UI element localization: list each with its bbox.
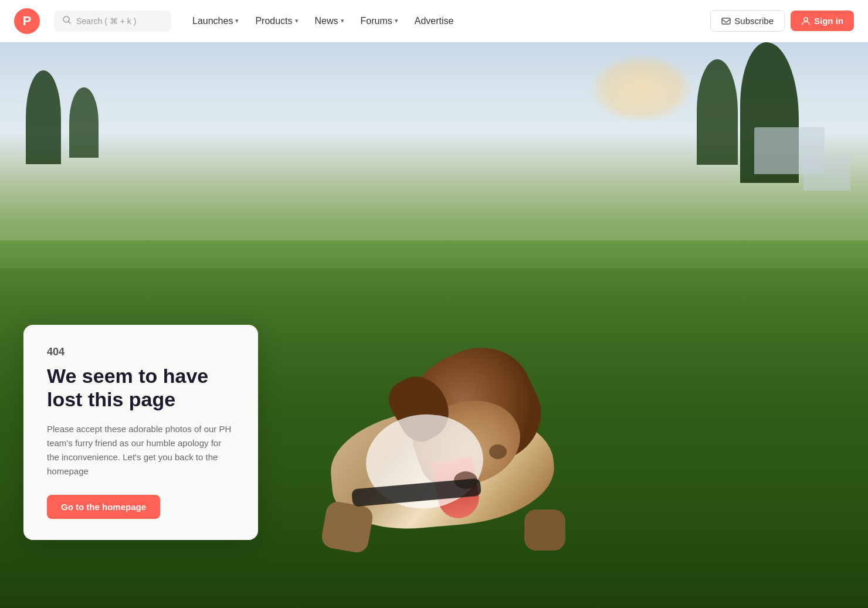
forums-chevron-icon: ▾ <box>395 17 398 25</box>
signin-label: Sign in <box>814 16 843 26</box>
error-description: Please accept these adorable photos of o… <box>47 422 235 478</box>
nav-links: Launches ▾ Products ▾ News ▾ Forums ▾ Ad… <box>185 11 706 31</box>
nav-advertise[interactable]: Advertise <box>408 11 461 31</box>
search-placeholder: Search ( ⌘ + k ) <box>76 16 136 26</box>
signin-button[interactable]: Sign in <box>791 11 854 31</box>
subscribe-label: Subscribe <box>734 16 774 26</box>
news-chevron-icon: ▾ <box>341 17 344 25</box>
subscribe-button[interactable]: Subscribe <box>710 10 785 32</box>
dog-image <box>260 317 612 563</box>
nav-products-label: Products <box>255 16 292 26</box>
email-icon <box>721 16 731 26</box>
error-card: 404 We seem to have lost this page Pleas… <box>23 325 258 541</box>
nav-advertise-label: Advertise <box>415 16 454 26</box>
nav-launches[interactable]: Launches ▾ <box>185 11 246 31</box>
nav-news[interactable]: News ▾ <box>308 11 351 31</box>
nav-forums-label: Forums <box>361 16 392 26</box>
products-chevron-icon: ▾ <box>295 17 299 25</box>
svg-rect-1 <box>722 18 730 24</box>
hero-area: 404 We seem to have lost this page Pleas… <box>0 42 868 608</box>
error-title: We seem to have lost this page <box>47 364 235 412</box>
nav-news-label: News <box>315 16 338 26</box>
nav-right: Subscribe Sign in <box>710 10 854 32</box>
nav-launches-label: Launches <box>192 16 233 26</box>
svg-point-2 <box>804 18 808 21</box>
launches-chevron-icon: ▾ <box>235 17 239 25</box>
go-to-homepage-button[interactable]: Go to the homepage <box>47 495 160 519</box>
navbar: P Search ( ⌘ + k ) Launches ▾ Products ▾… <box>0 0 868 42</box>
logo[interactable]: P <box>14 8 40 34</box>
search-box[interactable]: Search ( ⌘ + k ) <box>54 11 171 32</box>
signin-icon <box>801 16 811 26</box>
search-icon <box>62 15 72 27</box>
nav-products[interactable]: Products ▾ <box>248 11 305 31</box>
nav-forums[interactable]: Forums ▾ <box>354 11 405 31</box>
logo-letter: P <box>23 13 32 29</box>
error-code: 404 <box>47 346 235 358</box>
